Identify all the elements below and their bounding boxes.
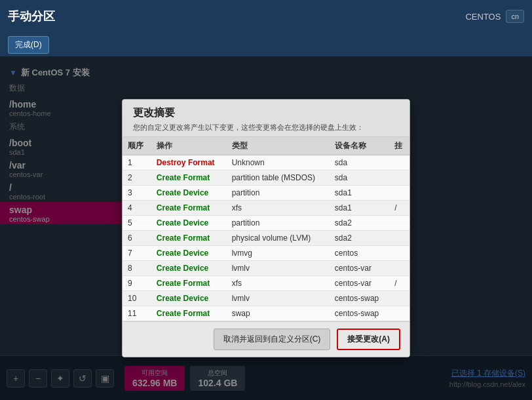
cell-mount bbox=[389, 261, 409, 276]
dialog-footer: 取消并返回到自定义分区(C) 接受更改(A) bbox=[123, 321, 409, 357]
col-action: 操作 bbox=[151, 137, 227, 155]
done-button[interactable]: 完成(D) bbox=[8, 36, 49, 54]
cell-num: 9 bbox=[123, 276, 151, 291]
cell-action: Create Device bbox=[151, 291, 227, 306]
col-num: 顺序 bbox=[123, 137, 151, 155]
subtitle-bar: 完成(D) bbox=[0, 33, 532, 56]
cell-num: 6 bbox=[123, 231, 151, 246]
table-row: 11Create Formatswapcentos-swap bbox=[123, 306, 409, 321]
cell-mount bbox=[389, 170, 409, 186]
cell-type: lvmvg bbox=[227, 246, 330, 261]
cell-num: 8 bbox=[123, 261, 151, 276]
cell-device: sda2 bbox=[330, 216, 389, 231]
cell-num: 11 bbox=[123, 306, 151, 321]
cell-type: swap bbox=[227, 306, 330, 321]
cell-type: partition bbox=[227, 216, 330, 231]
cell-action: Create Format bbox=[151, 170, 227, 186]
cell-type: partition bbox=[227, 186, 330, 201]
cell-type: lvmlv bbox=[227, 261, 330, 276]
cell-mount bbox=[389, 306, 409, 321]
accept-button[interactable]: 接受更改(A) bbox=[337, 329, 400, 350]
col-type: 类型 bbox=[227, 137, 330, 155]
cell-num: 5 bbox=[123, 216, 151, 231]
cell-device: centos-var bbox=[330, 261, 389, 276]
cell-type: xfs bbox=[227, 276, 330, 291]
cell-type: lvmlv bbox=[227, 291, 330, 306]
cell-type: partition table (MSDOS) bbox=[227, 170, 330, 186]
cell-device: sda2 bbox=[330, 231, 389, 246]
table-row: 2Create Formatpartition table (MSDOS)sda bbox=[123, 170, 409, 186]
cento-label: CENTOS bbox=[465, 12, 501, 22]
cell-num: 10 bbox=[123, 291, 151, 306]
top-bar-right: CENTOS cn bbox=[465, 10, 524, 23]
table-header-row: 顺序 操作 类型 设备名称 挂 bbox=[123, 137, 409, 155]
table-row: 1Destroy FormatUnknownsda bbox=[123, 155, 409, 170]
cell-mount: / bbox=[389, 276, 409, 291]
cell-mount bbox=[389, 155, 409, 170]
dialog-body: 顺序 操作 类型 设备名称 挂 1Destroy FormatUnknownsd… bbox=[123, 137, 409, 321]
cell-action: Create Format bbox=[151, 276, 227, 291]
table-row: 6Create Formatphysical volume (LVM)sda2 bbox=[123, 231, 409, 246]
dialog-title: 更改摘要 bbox=[133, 106, 399, 120]
cell-mount bbox=[389, 291, 409, 306]
cell-device: centos-swap bbox=[330, 291, 389, 306]
changes-table: 顺序 操作 类型 设备名称 挂 1Destroy FormatUnknownsd… bbox=[123, 137, 409, 321]
cell-action: Create Device bbox=[151, 216, 227, 231]
cancel-button[interactable]: 取消并返回到自定义分区(C) bbox=[214, 329, 331, 350]
top-bar: 手动分区 CENTOS cn bbox=[0, 0, 532, 33]
table-row: 3Create Devicepartitionsda1 bbox=[123, 186, 409, 201]
table-row: 5Create Devicepartitionsda2 bbox=[123, 216, 409, 231]
col-device: 设备名称 bbox=[330, 137, 389, 155]
table-wrapper[interactable]: 顺序 操作 类型 设备名称 挂 1Destroy FormatUnknownsd… bbox=[123, 137, 409, 321]
cell-device: centos-swap bbox=[330, 306, 389, 321]
table-row: 8Create Devicelvmlvcentos-var bbox=[123, 261, 409, 276]
table-row: 4Create Formatxfssda1/ bbox=[123, 201, 409, 216]
table-row: 10Create Devicelvmlvcentos-swap bbox=[123, 291, 409, 306]
dialog-subtitle: 您的自定义更改将产生以下变更，这些变更将会在您选择的硬盘上生效： bbox=[133, 123, 399, 132]
cell-device: sda bbox=[330, 155, 389, 170]
cell-mount bbox=[389, 246, 409, 261]
cell-action: Create Device bbox=[151, 261, 227, 276]
dialog-overlay: 更改摘要 您的自定义更改将产生以下变更，这些变更将会在您选择的硬盘上生效： 顺序… bbox=[0, 56, 532, 400]
cell-action: Destroy Format bbox=[151, 155, 227, 170]
cell-type: physical volume (LVM) bbox=[227, 231, 330, 246]
cell-device: sda bbox=[330, 170, 389, 186]
cell-mount: / bbox=[389, 201, 409, 216]
cell-action: Create Format bbox=[151, 231, 227, 246]
cell-num: 7 bbox=[123, 246, 151, 261]
cell-action: Create Format bbox=[151, 201, 227, 216]
cell-mount bbox=[389, 216, 409, 231]
cell-device: sda1 bbox=[330, 201, 389, 216]
cell-type: Unknown bbox=[227, 155, 330, 170]
table-row: 9Create Formatxfscentos-var/ bbox=[123, 276, 409, 291]
keyboard-button[interactable]: cn bbox=[506, 10, 524, 23]
cell-mount bbox=[389, 231, 409, 246]
cell-num: 3 bbox=[123, 186, 151, 201]
cell-device: centos bbox=[330, 246, 389, 261]
table-row: 7Create Devicelvmvgcentos bbox=[123, 246, 409, 261]
page-title: 手动分区 bbox=[8, 9, 55, 24]
main-content: ▼ 新 CentOS 7 安装 数据 /home centos-home 系统 … bbox=[0, 56, 532, 400]
cell-action: Create Device bbox=[151, 186, 227, 201]
col-mount: 挂 bbox=[389, 137, 409, 155]
cell-action: Create Format bbox=[151, 306, 227, 321]
cell-type: xfs bbox=[227, 201, 330, 216]
cell-num: 4 bbox=[123, 201, 151, 216]
cell-device: sda1 bbox=[330, 186, 389, 201]
cell-action: Create Device bbox=[151, 246, 227, 261]
cell-device: centos-var bbox=[330, 276, 389, 291]
dialog: 更改摘要 您的自定义更改将产生以下变更，这些变更将会在您选择的硬盘上生效： 顺序… bbox=[122, 99, 410, 357]
dialog-header: 更改摘要 您的自定义更改将产生以下变更，这些变更将会在您选择的硬盘上生效： bbox=[123, 100, 409, 137]
cell-num: 2 bbox=[123, 170, 151, 186]
cell-mount bbox=[389, 186, 409, 201]
cell-num: 1 bbox=[123, 155, 151, 170]
